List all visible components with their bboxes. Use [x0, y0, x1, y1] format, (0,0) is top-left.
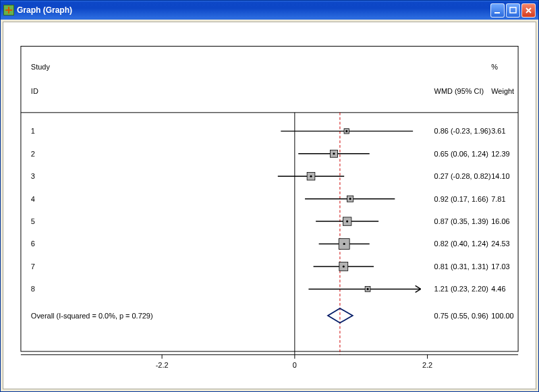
col-weight-top: %: [491, 63, 498, 71]
maximize-icon: [509, 7, 517, 14]
weight-text: 24.53: [491, 240, 509, 248]
study-point: [310, 175, 312, 177]
weight-text: 4.46: [491, 285, 505, 293]
weight-text: 16.06: [491, 217, 509, 225]
col-effect: WMD (95% CI): [434, 87, 484, 95]
effect-text: 0.87 (0.35, 1.39): [434, 217, 488, 225]
weight-text: 7.81: [491, 195, 505, 203]
study-point: [343, 265, 345, 267]
col-study-top: Study: [31, 63, 51, 71]
study-point: [333, 152, 335, 155]
window-controls: [490, 3, 536, 18]
weight-text: 14.10: [491, 172, 509, 180]
client-area: StudyIDWMD (95% CI)%Weight10.86 (-0.23, …: [3, 22, 536, 389]
study-id: 3: [31, 172, 35, 180]
col-weight-bottom: Weight: [491, 87, 514, 95]
app-window: Graph (Graph) StudyIDWMD (95% CI)%Weight…: [0, 0, 539, 392]
effect-text: 0.82 (0.40, 1.24): [434, 240, 488, 248]
minimize-icon: [494, 7, 501, 14]
overall-effect-text: 0.75 (0.55, 0.96): [434, 312, 488, 320]
minimize-button[interactable]: [490, 3, 505, 18]
x-tick-label: -2.2: [156, 361, 169, 369]
col-study-bottom: ID: [31, 87, 38, 95]
effect-text: 0.81 (0.31, 1.31): [434, 262, 488, 271]
x-tick-label: 0: [293, 361, 297, 369]
effect-text: 0.27 (-0.28, 0.82): [434, 172, 491, 180]
effect-text: 0.65 (0.06, 1.24): [434, 150, 488, 158]
close-icon: [525, 7, 532, 14]
study-point: [345, 130, 347, 132]
study-id: 7: [31, 262, 35, 271]
study-id: 6: [31, 240, 35, 248]
study-point: [366, 288, 368, 290]
study-id: 2: [31, 150, 35, 158]
overall-diamond: [328, 308, 353, 323]
forest-plot: StudyIDWMD (95% CI)%Weight10.86 (-0.23, …: [7, 26, 532, 385]
titlebar[interactable]: Graph (Graph): [1, 1, 538, 20]
study-point: [343, 243, 345, 245]
study-id: 4: [31, 195, 35, 203]
close-button[interactable]: [521, 3, 536, 18]
effect-text: 1.21 (0.23, 2.20): [434, 285, 488, 293]
maximize-button[interactable]: [506, 3, 520, 18]
weight-text: 17.03: [491, 262, 509, 271]
study-point: [349, 198, 351, 200]
x-tick-label: 2.2: [422, 361, 432, 369]
weight-text: 12.39: [491, 150, 509, 158]
effect-text: 0.92 (0.17, 1.66): [434, 195, 488, 203]
study-id: 1: [31, 127, 35, 135]
overall-label: Overall (I-squared = 0.0%, p = 0.729): [31, 312, 153, 320]
svg-rect-0: [494, 12, 500, 13]
study-point: [346, 221, 348, 223]
window-title: Graph (Graph): [17, 5, 72, 15]
svg-rect-1: [510, 7, 516, 13]
effect-text: 0.86 (-0.23, 1.96): [434, 127, 491, 135]
weight-text: 3.61: [491, 127, 505, 135]
study-id: 5: [31, 217, 35, 225]
study-id: 8: [31, 285, 35, 293]
app-icon: [3, 5, 14, 16]
overall-weight-text: 100.00: [491, 312, 513, 320]
